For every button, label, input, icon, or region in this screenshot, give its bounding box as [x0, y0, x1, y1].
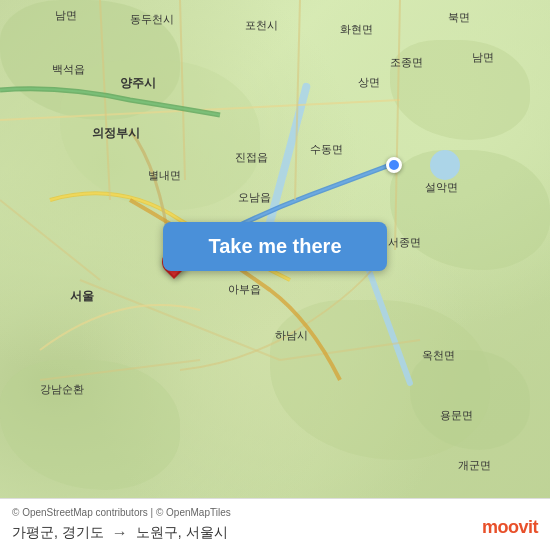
take-me-there-button[interactable]: Take me there	[163, 222, 387, 271]
destination-label: 노원구, 서울시	[136, 524, 228, 542]
moovit-logo: moovit	[482, 517, 538, 538]
attribution-text: © OpenStreetMap contributors | © OpenMap…	[12, 507, 538, 518]
route-arrow: →	[112, 524, 128, 542]
origin-label: 가평군, 경기도	[12, 524, 104, 542]
map-footer: © OpenStreetMap contributors | © OpenMap…	[0, 498, 550, 550]
lake	[430, 150, 460, 180]
route-info: 가평군, 경기도 → 노원구, 서울시	[12, 524, 538, 542]
map-container: 남면 동두천시 포천시 화현면 북면 백석읍 양주시 조종면 의정부시 상면 별…	[0, 0, 550, 550]
destination-marker	[386, 157, 402, 173]
